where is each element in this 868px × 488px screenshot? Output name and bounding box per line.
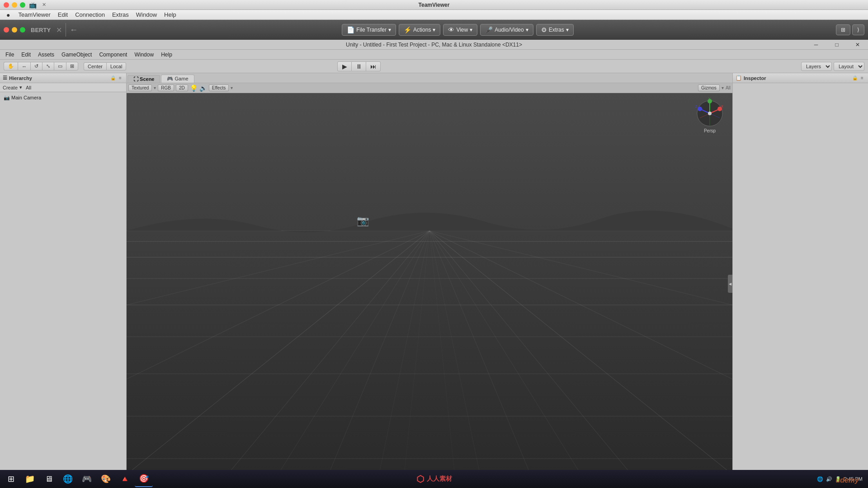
udemy-watermark: udemy <box>835 476 859 484</box>
2d-btn[interactable]: 2D <box>176 84 188 91</box>
hierarchy-panel-header: ☰ Hierarchy 🔒 ≡ <box>0 73 126 83</box>
svg-text:Z: Z <box>695 105 698 108</box>
textured-btn[interactable]: Textured <box>128 84 152 91</box>
extras-button[interactable]: ⚙ Extras ▾ <box>536 24 574 36</box>
mac-close-button[interactable] <box>4 2 9 8</box>
scale-tool-btn[interactable]: ⤡ <box>42 62 54 70</box>
taskbar-photoshop[interactable]: 🎨 <box>97 471 115 487</box>
center-btn[interactable]: Center <box>84 62 106 70</box>
rgb-btn[interactable]: RGB <box>158 84 174 91</box>
hierarchy-create-btn[interactable]: Create <box>3 85 18 90</box>
playmode-controls: ▶ ⏸ ⏭ <box>337 61 381 71</box>
close-x-icon[interactable]: ✕ <box>42 2 46 8</box>
pause-btn[interactable]: ⏸ <box>352 61 366 71</box>
hierarchy-header-controls: 🔒 ≡ <box>110 75 123 81</box>
tv-settings-icon[interactable]: ✕ <box>56 26 62 34</box>
tv-expand-btn[interactable]: ⟩ <box>852 24 864 35</box>
menu-connection[interactable]: Connection <box>71 10 108 19</box>
tv-close-btn[interactable] <box>4 27 9 33</box>
tab-game[interactable]: 🎮 Game <box>161 75 194 83</box>
unity-menu-file[interactable]: File <box>2 51 18 59</box>
menu-teamviewer[interactable]: TeamViewer <box>14 10 54 19</box>
inspector-menu-btn[interactable]: ≡ <box>859 75 865 81</box>
layers-dropdown[interactable]: Layers <box>801 62 832 71</box>
view-button[interactable]: 👁 View ▾ <box>443 24 477 36</box>
unity-restore-btn[interactable]: □ <box>826 40 847 50</box>
scene-gizmo-widget[interactable]: X Y Z Persp <box>692 98 728 129</box>
extras-icon: ⚙ <box>541 26 547 33</box>
actions-button[interactable]: ⚡ Actions ▾ <box>399 24 440 36</box>
tv-min-btn[interactable] <box>12 27 17 33</box>
inspector-lock-btn[interactable]: 🔒 <box>852 75 858 81</box>
hierarchy-menu-btn[interactable]: ≡ <box>117 75 123 81</box>
unity-window-title: Unity - Untitled - First Test Project - … <box>346 42 522 48</box>
menu-edit[interactable]: Edit <box>54 10 71 19</box>
taskbar-chrome[interactable]: 🌐 <box>59 471 77 487</box>
watermark-text-cn: 人人素材 <box>427 475 452 483</box>
taskbar-steam[interactable]: 🎮 <box>78 471 96 487</box>
taskbar-unity[interactable]: 🎯 <box>135 471 153 487</box>
mac-minimize-button[interactable] <box>12 2 17 8</box>
unity-titlebar: Unity - Untitled - First Test Project - … <box>0 40 868 50</box>
hierarchy-item-main-camera[interactable]: 📷 Main Camera <box>2 94 124 102</box>
inspector-title: Inspector <box>744 75 766 81</box>
scene-right-tools: Gizmos ▾ All <box>698 84 731 91</box>
transform-all-btn[interactable]: ⊞ <box>66 62 78 70</box>
unity-close-btn[interactable]: ✕ <box>847 40 868 50</box>
audio-btn[interactable]: 🔊 <box>199 84 207 92</box>
win-taskbar: ⊞ 📁 🖥 🌐 🎮 🎨 🔺 🎯 ⬡ 人人素材 🌐 🔊 🔋 2:45 PM ude… <box>0 470 868 488</box>
pivot-mode-buttons: Center Local <box>84 62 126 70</box>
unity-toolbar: ✋ ↔ ↺ ⤡ ▭ ⊞ Center Local ▶ ⏸ ⏭ Layers La… <box>0 60 868 73</box>
menu-extras[interactable]: Extras <box>108 10 132 19</box>
taskbar-network-icon[interactable]: 🌐 <box>817 476 823 482</box>
unity-menu-edit[interactable]: Edit <box>18 51 34 59</box>
rotate-tool-btn[interactable]: ↺ <box>30 62 42 70</box>
play-btn[interactable]: ▶ <box>337 61 352 71</box>
unity-menu-window[interactable]: Window <box>131 51 157 59</box>
rect-tool-btn[interactable]: ▭ <box>54 62 66 70</box>
taskbar-blender[interactable]: 🔺 <box>116 471 134 487</box>
unity-window-controls: ─ □ ✕ <box>806 40 868 50</box>
camera-icon: 📷 <box>4 95 10 100</box>
scene-panel: ⛶ Scene 🎮 Game Textured ▾ RGB 2D 💡 🔊 Eff… <box>127 73 732 474</box>
effects-btn[interactable]: Effects <box>209 84 229 91</box>
audio-video-button[interactable]: 🎤 Audio/Video ▾ <box>480 24 533 36</box>
apple-menu-icon[interactable]: ● <box>2 11 14 19</box>
gizmos-btn[interactable]: Gizmos <box>698 84 720 91</box>
taskbar-desktop[interactable]: 🖥 <box>40 471 58 487</box>
tv-toolbar: BERTY ✕ ← 📄 File Transfer ▾ ⚡ Actions ▾ … <box>0 20 868 40</box>
unity-menu-gameobject[interactable]: GameObject <box>58 51 95 59</box>
hierarchy-lock-btn[interactable]: 🔒 <box>110 75 116 81</box>
step-btn[interactable]: ⏭ <box>366 61 381 71</box>
tv-grid-btn[interactable]: ⊞ <box>836 24 850 35</box>
mac-maximize-button[interactable] <box>20 2 25 8</box>
tab-scene[interactable]: ⛶ Scene <box>127 75 160 83</box>
start-button[interactable]: ⊞ <box>2 471 20 487</box>
hierarchy-all-btn[interactable]: All <box>26 85 31 90</box>
unity-menubar: File Edit Assets GameObject Component Wi… <box>0 50 868 60</box>
watermark-icon: ⬡ <box>416 474 424 484</box>
scene-toolbar: Textured ▾ RGB 2D 💡 🔊 Effects ▾ Gizmos ▾… <box>127 83 732 93</box>
tv-back-icon[interactable]: ← <box>70 25 78 35</box>
lighting-btn[interactable]: 💡 <box>190 84 198 92</box>
move-tool-btn[interactable]: ↔ <box>18 62 30 70</box>
menu-help[interactable]: Help <box>160 10 180 19</box>
inspector-header-controls: 🔒 ≡ <box>852 75 865 81</box>
file-transfer-button[interactable]: 📄 File Transfer ▾ <box>342 24 396 36</box>
local-btn[interactable]: Local <box>106 62 126 70</box>
mac-traffic-lights <box>4 2 25 8</box>
unity-menu-assets[interactable]: Assets <box>34 51 58 59</box>
unity-menu-component[interactable]: Component <box>95 51 131 59</box>
tv-max-btn[interactable] <box>20 27 25 33</box>
scene-view[interactable]: 📷 X Y Z <box>127 93 732 474</box>
taskbar-explorer[interactable]: 📁 <box>21 471 39 487</box>
layout-dropdown[interactable]: Layout <box>834 62 864 71</box>
tv-right-controls: ⊞ ⟩ <box>836 24 864 35</box>
taskbar-volume-icon[interactable]: 🔊 <box>826 476 832 482</box>
unity-menu-help[interactable]: Help <box>157 51 176 59</box>
unity-minimize-btn[interactable]: ─ <box>806 40 826 50</box>
taskbar-center-watermark: ⬡ 人人素材 <box>416 474 452 484</box>
hand-tool-btn[interactable]: ✋ <box>4 62 18 70</box>
menu-window[interactable]: Window <box>132 10 160 19</box>
panel-collapse-handle[interactable]: ◀ <box>728 275 732 293</box>
